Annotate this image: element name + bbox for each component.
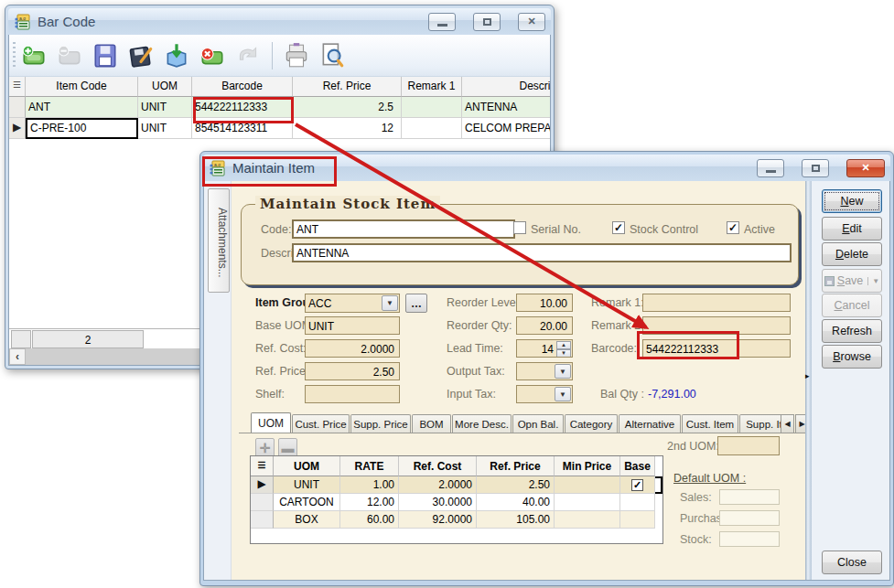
splitter-expand-icon[interactable]: ▸ (805, 371, 812, 380)
rate-cell[interactable]: 60.00 (340, 511, 399, 529)
panel-splitter[interactable]: ▸ (805, 181, 812, 580)
chevron-down-icon[interactable]: ▼ (555, 364, 571, 379)
remark1-field[interactable] (642, 294, 791, 312)
ref-cost-cell[interactable]: 30.0000 (399, 494, 477, 511)
print-icon[interactable] (283, 42, 310, 69)
refresh-button[interactable]: Refresh (822, 319, 882, 343)
uom-cell[interactable]: UNIT (274, 476, 340, 494)
delete-button[interactable]: Delete (822, 242, 882, 266)
edit-button[interactable]: Edit (822, 217, 882, 241)
remark1-cell[interactable] (402, 118, 462, 139)
ref-price-field[interactable]: 2.50 (305, 362, 400, 380)
tab-category[interactable]: Category (565, 414, 618, 433)
serial-no-checkbox[interactable] (513, 221, 526, 234)
maximize-icon[interactable] (473, 13, 501, 31)
close-icon[interactable]: ✕ (846, 159, 885, 177)
remark1-cell[interactable] (402, 97, 462, 118)
uom-cell[interactable]: UNIT (138, 118, 192, 139)
uom-grid-row[interactable]: ▶UNIT1.002.00002.50✓ (251, 476, 662, 494)
chevron-down-icon[interactable]: ▼ (382, 295, 398, 311)
row-indicator[interactable]: ▶ (251, 476, 274, 494)
ref-cost-cell[interactable]: 2.0000 (399, 476, 477, 494)
reorder-level-field[interactable]: 10.00 (516, 294, 573, 312)
second-uom-field[interactable] (717, 436, 780, 455)
row-indicator[interactable]: ▶ (9, 118, 26, 139)
ref-price-cell[interactable]: 2.50 (477, 476, 555, 494)
item-code-cell[interactable]: ANT (26, 97, 138, 118)
column-header[interactable]: Min Price (555, 456, 620, 476)
default-uom-field[interactable] (719, 510, 780, 526)
item-code-cell[interactable]: C-PRE-100 (26, 118, 138, 139)
output-tax-combo[interactable]: ▼ (516, 362, 573, 380)
browse-button[interactable]: Browse (822, 345, 882, 369)
barcode-titlebar[interactable]: a,o Bar Code ✕ (8, 8, 551, 35)
input-tax-combo[interactable]: ▼ (516, 385, 573, 403)
new-button[interactable]: New (822, 189, 882, 213)
minimize-icon[interactable] (757, 159, 784, 177)
item-group-browse-button[interactable]: … (405, 294, 427, 313)
base-checkbox[interactable]: ✓ (631, 479, 643, 491)
close-button[interactable]: Close (822, 551, 882, 574)
ref-price-cell[interactable]: 105.00 (477, 511, 555, 529)
tab-scroll-left-icon[interactable]: ◀ (781, 414, 794, 433)
description-cell[interactable]: ANTENNA (462, 97, 550, 118)
code-field[interactable]: ANT (292, 219, 515, 239)
save-as-icon[interactable] (127, 42, 155, 69)
ref-price-cell[interactable]: 40.00 (477, 494, 555, 511)
base-checkbox-cell[interactable] (620, 494, 655, 511)
tab-cust-price[interactable]: Cust. Price (292, 414, 350, 433)
ref-cost-field[interactable]: 2.0000 (305, 339, 400, 358)
preview-icon[interactable] (318, 42, 346, 69)
add-record-icon[interactable] (20, 42, 48, 69)
tab-opn-bal-[interactable]: Opn Bal. (512, 414, 564, 433)
import-icon[interactable] (163, 42, 190, 69)
row-selector-header[interactable]: ☰ (251, 456, 274, 476)
column-header[interactable]: UOM (138, 77, 192, 97)
uom-cell[interactable]: CARTOON (274, 494, 340, 511)
minimize-icon[interactable] (428, 13, 456, 31)
column-header[interactable]: RATE (340, 456, 399, 476)
min-price-cell[interactable] (555, 494, 620, 511)
add-uom-button[interactable]: ✛ (255, 438, 275, 457)
column-header[interactable]: Base (620, 456, 655, 476)
min-price-cell[interactable] (555, 476, 620, 494)
base-checkbox-cell[interactable] (620, 511, 655, 529)
column-header[interactable]: Remark 1 (402, 77, 462, 97)
rate-cell[interactable]: 1.00 (340, 476, 399, 494)
reorder-qty-field[interactable]: 20.00 (516, 316, 573, 335)
column-header[interactable]: UOM (274, 456, 340, 476)
tab-uom[interactable]: UOM (251, 412, 291, 433)
description-cell[interactable]: CELCOM PREPA (462, 118, 550, 139)
default-uom-field[interactable] (719, 489, 780, 505)
uom-cell[interactable]: BOX (274, 511, 340, 529)
column-header[interactable]: Item Code (26, 77, 138, 97)
column-header[interactable]: Ref. Cost (399, 456, 477, 476)
base-checkbox-cell[interactable]: ✓ (620, 476, 655, 494)
ref-price-cell[interactable]: 2.5 (293, 97, 402, 118)
row-indicator[interactable] (251, 494, 274, 511)
row-selector-header[interactable]: ☰ (9, 77, 26, 97)
save-icon[interactable] (92, 42, 119, 69)
description-field[interactable]: ANTENNA (292, 243, 792, 262)
close-icon[interactable]: ✕ (518, 13, 545, 31)
column-header[interactable]: Ref. Price (293, 77, 402, 97)
remove-uom-button[interactable]: ▬ (278, 438, 297, 457)
min-price-cell[interactable] (555, 511, 620, 529)
item-group-combo[interactable]: ACC ▼ (305, 294, 400, 313)
scroll-left-icon[interactable]: ‹ (9, 348, 26, 365)
ref-cost-cell[interactable]: 92.0000 (399, 511, 477, 529)
row-indicator[interactable] (9, 97, 26, 118)
column-header[interactable]: Ref. Price (477, 456, 555, 476)
base-uom-field[interactable]: UNIT (305, 316, 400, 335)
default-uom-field[interactable] (719, 531, 780, 547)
column-header[interactable]: Descri (462, 77, 550, 97)
attachments-tab[interactable]: Attachments... (208, 188, 230, 293)
tab-more-desc-[interactable]: More Desc. (452, 414, 512, 433)
ref-price-cell[interactable]: 12 (293, 118, 402, 139)
rate-cell[interactable]: 12.00 (340, 494, 399, 511)
uom-grid-row[interactable]: BOX60.0092.0000105.00 (251, 511, 662, 529)
uom-grid-row[interactable]: CARTOON12.0030.000040.00 (251, 494, 662, 511)
lead-time-field[interactable]: 14 ▲▼ (516, 339, 573, 358)
uom-cell[interactable]: UNIT (138, 97, 192, 118)
stock-control-checkbox[interactable] (612, 221, 625, 234)
